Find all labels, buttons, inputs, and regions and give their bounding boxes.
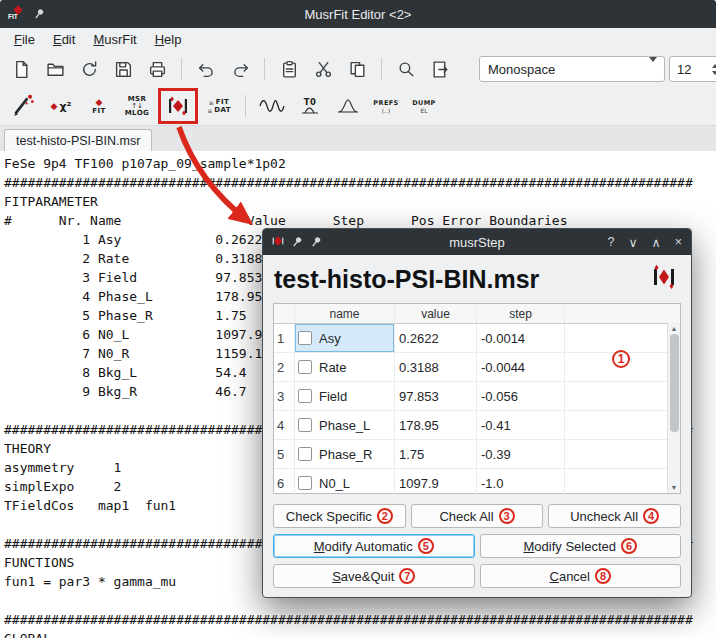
tab-msr-file[interactable]: test-histo-PSI-BIN.msr [4,129,152,152]
row-checkbox[interactable] [298,389,312,403]
redo-icon[interactable] [225,54,255,84]
step-cell[interactable]: -0.0044 [477,353,565,381]
step-cell[interactable]: -0.39 [477,440,565,468]
row-checkbox[interactable] [298,360,312,374]
shade-up-button[interactable]: ∧ [652,235,661,250]
fourier-peak-icon[interactable] [331,90,365,122]
font-family-select[interactable]: Monospace [479,56,665,82]
save-quit-button[interactable]: Save&Quit 7 [273,564,475,588]
name-cell[interactable]: Rate [295,353,394,381]
vertical-scrollbar[interactable]: ▲ ▼ [667,323,680,493]
scroll-down-icon[interactable]: ▼ [671,484,678,491]
prefs-label: PREFS [373,99,398,107]
fit-dat-icon[interactable]: ≡FIT ≡DAT [202,90,236,122]
row-checkbox[interactable] [298,331,312,345]
column-header-step[interactable]: step [477,304,565,323]
print-icon[interactable] [142,54,172,84]
row-checkbox[interactable] [298,476,312,490]
close-button[interactable]: × [675,235,682,250]
button-label: Uncheck All [570,509,638,524]
modify-automatic-button[interactable]: Modify Automatic 5 [273,534,475,558]
menu-edit[interactable]: Edit [44,30,84,49]
name-cell[interactable]: Field [295,382,394,410]
menu-file-mnemonic: F [14,32,22,47]
t0-icon[interactable]: T0 [293,90,327,122]
open-folder-icon[interactable] [40,54,70,84]
prefs-sub-label: (..) [382,107,391,114]
wave-plot-icon[interactable] [255,90,289,122]
copy-icon[interactable] [342,54,372,84]
name-cell[interactable]: Phase_R [295,440,394,468]
new-document-icon[interactable] [6,54,36,84]
button-label: odify Automatic [325,539,413,554]
chi2-icon[interactable]: ◆χ² [44,90,78,122]
font-family-value: Monospace [488,62,555,77]
save-icon[interactable] [108,54,138,84]
toolbar-separator [181,58,182,80]
check-all-button[interactable]: Check All 3 [411,504,544,528]
value-cell[interactable]: 0.3188 [395,353,477,381]
musrfit-logo-icon [649,262,679,296]
reload-icon[interactable] [74,54,104,84]
dialog-titlebar[interactable]: musrStep ? ∨ ∧ × [263,229,691,255]
mnemonic: M [314,539,325,554]
fit-icon[interactable]: ◆FIT [82,90,116,122]
step-cell[interactable]: -1.0 [477,469,565,497]
check-specific-button[interactable]: Check Specific 2 [273,504,406,528]
annotation-7: 7 [399,568,415,584]
value-cell[interactable]: 178.95 [395,411,477,439]
msr-mlog-swap-icon[interactable]: MSR↑↓MLOG [120,90,154,122]
table-row: 5 Phase_R 1.75 -0.39 [274,440,680,469]
search-icon[interactable] [391,54,421,84]
modify-selected-button[interactable]: Modify Selected 6 [480,534,682,558]
uncheck-all-button[interactable]: Uncheck All 4 [548,504,681,528]
menu-musrfit[interactable]: MusrFit [84,30,145,49]
value-cell[interactable]: 1097.9 [395,469,477,497]
undo-icon[interactable] [191,54,221,84]
file-toolbar: Monospace 12 [0,51,716,87]
annotation-3: 3 [499,508,515,524]
wizard-pen-icon[interactable] [6,90,40,122]
scroll-up-icon[interactable]: ▲ [671,325,678,332]
font-size-stepper[interactable]: 12 [669,56,716,82]
cancel-button[interactable]: Cancel 8 [480,564,682,588]
column-header-name[interactable]: name [295,304,395,323]
dialog-heading: test-histo-PSI-BIN.msr [274,265,539,294]
param-name: Asy [319,331,341,346]
menu-help[interactable]: Help [146,30,191,49]
menu-edit-mnemonic: E [53,32,62,47]
annotation-1: 1 [612,350,630,368]
goto-line-icon[interactable] [425,54,455,84]
mlog-label: MLOG [125,109,149,117]
paste-icon[interactable] [274,54,304,84]
menu-file[interactable]: File [5,30,44,49]
row-number: 2 [274,353,295,381]
row-checkbox[interactable] [298,418,312,432]
name-cell[interactable]: N0_L [295,469,394,497]
row-checkbox[interactable] [298,447,312,461]
shade-down-button[interactable]: ∨ [628,235,637,250]
t0-label: T0 [304,98,317,106]
help-button[interactable]: ? [607,235,614,250]
annotation-8: 8 [595,568,611,584]
name-cell[interactable]: Asy [295,324,394,352]
parameter-table: name value step 1 Asy 0.2622 -0.0014 2 R… [273,303,681,494]
dump-icon[interactable]: DUMPEL [407,90,441,122]
name-cell[interactable]: Phase_L [295,411,394,439]
dialog-buttons: Check Specific 2 Check All 3 Uncheck All… [263,494,691,588]
button-label: Check All [439,509,493,524]
cut-icon[interactable] [308,54,338,84]
stepper-arrows-icon[interactable] [712,64,716,75]
scrollbar-thumb[interactable] [670,334,679,432]
step-cell[interactable]: -0.056 [477,382,565,410]
column-header-value[interactable]: value [395,304,477,323]
prefs-icon[interactable]: PREFS(..) [369,90,403,122]
step-cell[interactable]: -0.0014 [477,324,565,352]
value-cell[interactable]: 97.853 [395,382,477,410]
musrstep-icon[interactable] [164,92,192,120]
musrstep-dialog: musrStep ? ∨ ∧ × test-histo-PSI-BIN.msr [262,228,692,598]
value-cell[interactable]: 1.75 [395,440,477,468]
value-cell[interactable]: 0.2622 [395,324,477,352]
step-cell[interactable]: -0.41 [477,411,565,439]
musrfit-toolbar: ◆χ² ◆FIT MSR↑↓MLOG ≡FIT ≡DAT [0,87,716,126]
